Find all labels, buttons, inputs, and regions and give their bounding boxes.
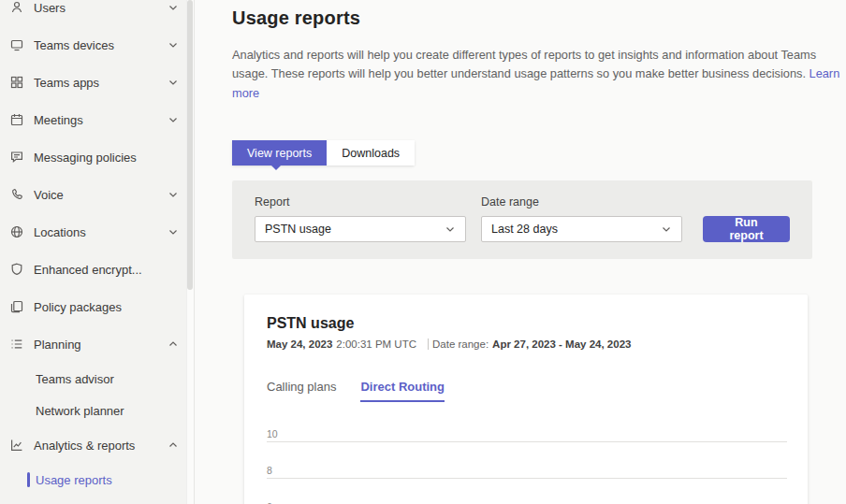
sidebar-item-label: Teams advisor (36, 372, 184, 386)
report-date-range-label: Date range: (432, 338, 489, 350)
sidebar-item-meetings[interactable]: Meetings (0, 101, 194, 138)
sidebar-item-label: Analytics & reports (34, 439, 168, 453)
sidebar-item-messaging-policies[interactable]: Messaging policies (0, 138, 194, 176)
sidebar-item-label: Locations (34, 225, 168, 239)
report-date-range-value: Apr 27, 2023 - May 24, 2023 (492, 338, 631, 350)
sidebar-item-policy-packages[interactable]: Policy packages (0, 288, 194, 325)
calendar-icon (9, 112, 24, 127)
chevron-up-icon (168, 338, 179, 350)
sidebar-item-voice[interactable]: Voice (0, 176, 194, 213)
report-select-group: Report PSTN usage (255, 195, 466, 242)
chevron-down-icon (168, 2, 179, 13)
chart-tick-row: 10 (267, 428, 787, 442)
tab-view-reports[interactable]: View reports (232, 140, 327, 166)
report-meta: May 24, 2023 2:00:31 PM UTC Date range: … (267, 338, 785, 350)
date-range-value: Last 28 days (491, 223, 558, 236)
sidebar-item-users[interactable]: Users (0, 0, 194, 26)
report-tabs: View reports Downloads (232, 140, 415, 166)
sidebar-item-usage-reports[interactable]: Usage reports (0, 464, 194, 496)
sidebar-item-label: Teams devices (34, 38, 168, 52)
sidebar-item-network-planner[interactable]: Network planner (0, 395, 194, 426)
policy-icon (9, 299, 24, 314)
sidebar-item-label: Voice (34, 188, 168, 202)
chevron-down-icon (168, 189, 179, 200)
date-range-dropdown[interactable]: Last 28 days (481, 216, 682, 242)
tab-downloads[interactable]: Downloads (327, 140, 415, 166)
phone-icon (9, 187, 24, 202)
date-range-label: Date range (481, 195, 682, 209)
report-generated-date: May 24, 2023 (267, 338, 332, 350)
run-report-button[interactable]: Run report (703, 216, 790, 242)
sidebar-item-teams-advisor[interactable]: Teams advisor (0, 363, 194, 395)
sidebar-item-label: Usage reports (36, 473, 184, 487)
sidebar-nav: Users Teams devices Teams apps (0, 0, 194, 496)
chart-gridline (267, 441, 787, 442)
analytics-icon (9, 438, 24, 453)
chevron-up-icon (168, 439, 179, 451)
tab-direct-routing[interactable]: Direct Routing (360, 380, 445, 402)
sidebar-item-label: Meetings (34, 113, 168, 127)
report-card-title: PSTN usage (267, 315, 785, 332)
list-icon (9, 337, 24, 352)
chart-tick-row: 8 (267, 465, 787, 479)
sidebar-item-locations[interactable]: Locations (0, 213, 194, 251)
report-select-label: Report (255, 195, 466, 209)
report-card-tabs: Calling plans Direct Routing (267, 380, 785, 402)
sidebar-scrollbar[interactable] (186, 0, 194, 504)
pstn-usage-chart: 10 8 6 (267, 428, 787, 504)
globe-icon (9, 224, 24, 239)
sidebar-item-label: Messaging policies (34, 151, 184, 165)
page-description: Analytics and reports will help you crea… (232, 46, 840, 103)
users-icon (9, 0, 24, 15)
main-content: Usage reports Analytics and reports will… (195, 0, 846, 504)
sidebar-item-teams-apps[interactable]: Teams apps (0, 64, 194, 101)
report-select-value: PSTN usage (265, 223, 331, 236)
page-title: Usage reports (232, 7, 846, 29)
chart-gridline (267, 478, 787, 479)
report-card: PSTN usage May 24, 2023 2:00:31 PM UTC D… (244, 295, 808, 504)
sidebar-item-teams-devices[interactable]: Teams devices (0, 26, 194, 64)
sidebar-item-label: Planning (34, 338, 168, 352)
sidebar-scrollbar-thumb[interactable] (187, 0, 193, 290)
tab-calling-plans[interactable]: Calling plans (267, 380, 336, 402)
sidebar: Users Teams devices Teams apps (0, 0, 195, 504)
sidebar-item-label: Users (34, 1, 168, 15)
y-axis-tick-label: 10 (267, 428, 787, 439)
shield-icon (9, 262, 24, 277)
sidebar-item-enhanced-encryption[interactable]: Enhanced encrypt... (0, 251, 194, 288)
apps-icon (9, 75, 24, 90)
chat-icon (9, 150, 24, 165)
chevron-down-icon (168, 114, 179, 125)
chevron-down-icon (168, 39, 179, 50)
page-description-text: Analytics and reports will help you crea… (232, 48, 816, 80)
meta-divider (428, 338, 429, 350)
sidebar-item-planning[interactable]: Planning (0, 325, 194, 363)
sidebar-item-label: Teams apps (34, 76, 168, 90)
report-filter-panel: Report PSTN usage Date range Last 28 day… (232, 180, 812, 259)
report-select-dropdown[interactable]: PSTN usage (255, 216, 466, 242)
date-range-group: Date range Last 28 days (481, 195, 682, 242)
sidebar-item-analytics-reports[interactable]: Analytics & reports (0, 426, 194, 464)
sidebar-item-label: Network planner (36, 404, 184, 418)
sidebar-item-label: Enhanced encrypt... (34, 263, 184, 277)
chevron-down-icon (168, 226, 179, 238)
chevron-down-icon (661, 223, 672, 235)
y-axis-tick-label: 8 (267, 465, 787, 476)
selected-indicator (27, 472, 30, 487)
chevron-down-icon (445, 223, 456, 235)
report-generated-time: 2:00:31 PM UTC (336, 338, 416, 350)
devices-icon (9, 37, 24, 52)
sidebar-item-label: Policy packages (34, 300, 184, 314)
chevron-down-icon (168, 77, 179, 88)
